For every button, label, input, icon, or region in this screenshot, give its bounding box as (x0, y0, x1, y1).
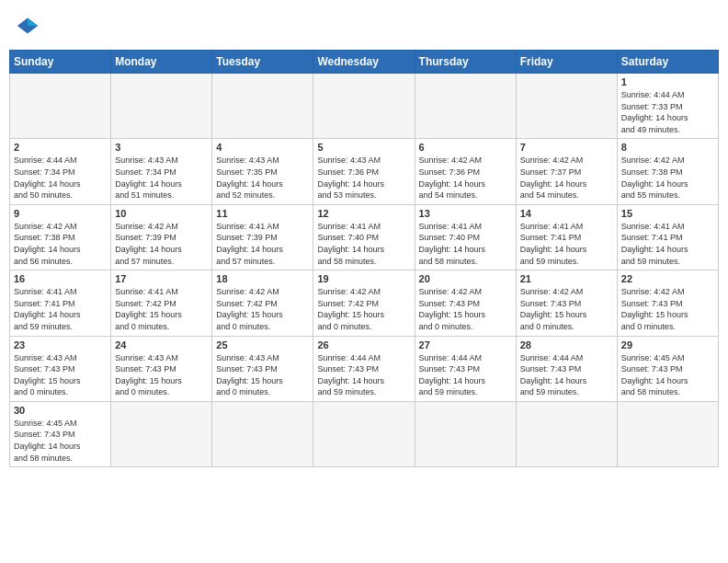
day-info: Sunrise: 4:44 AM Sunset: 7:43 PM Dayligh… (419, 352, 512, 398)
day-info: Sunrise: 4:43 AM Sunset: 7:43 PM Dayligh… (216, 352, 309, 398)
day-info: Sunrise: 4:43 AM Sunset: 7:34 PM Dayligh… (115, 155, 208, 201)
calendar-day-cell: 25Sunrise: 4:43 AM Sunset: 7:43 PM Dayli… (212, 336, 313, 401)
calendar-day-cell: 30Sunrise: 4:45 AM Sunset: 7:43 PM Dayli… (10, 401, 111, 466)
day-info: Sunrise: 4:42 AM Sunset: 7:39 PM Dayligh… (115, 221, 208, 267)
day-info: Sunrise: 4:43 AM Sunset: 7:43 PM Dayligh… (14, 352, 107, 398)
day-number: 7 (520, 142, 613, 153)
day-number: 8 (621, 142, 714, 153)
day-number: 6 (419, 142, 512, 153)
day-of-week-header: Saturday (617, 51, 718, 74)
day-info: Sunrise: 4:45 AM Sunset: 7:43 PM Dayligh… (621, 352, 714, 398)
day-info: Sunrise: 4:42 AM Sunset: 7:42 PM Dayligh… (216, 286, 309, 332)
calendar-day-cell (10, 74, 111, 139)
day-info: Sunrise: 4:41 AM Sunset: 7:41 PM Dayligh… (621, 221, 714, 267)
day-info: Sunrise: 4:41 AM Sunset: 7:41 PM Dayligh… (14, 286, 107, 332)
day-number: 10 (115, 208, 208, 219)
day-number: 19 (317, 273, 410, 284)
day-of-week-header: Sunday (10, 51, 111, 74)
calendar-week-row: 9Sunrise: 4:42 AM Sunset: 7:38 PM Daylig… (10, 204, 719, 270)
day-number: 28 (520, 339, 613, 350)
day-info: Sunrise: 4:45 AM Sunset: 7:43 PM Dayligh… (14, 418, 107, 464)
day-number: 24 (115, 339, 208, 350)
day-number: 14 (520, 208, 613, 219)
calendar-day-cell: 22Sunrise: 4:42 AM Sunset: 7:43 PM Dayli… (617, 270, 718, 336)
calendar-day-cell: 19Sunrise: 4:42 AM Sunset: 7:42 PM Dayli… (313, 270, 415, 336)
day-number: 11 (216, 208, 309, 219)
calendar-day-cell: 24Sunrise: 4:43 AM Sunset: 7:43 PM Dayli… (111, 336, 212, 401)
day-number: 25 (216, 339, 309, 350)
day-info: Sunrise: 4:42 AM Sunset: 7:43 PM Dayligh… (419, 286, 512, 332)
calendar-day-cell: 9Sunrise: 4:42 AM Sunset: 7:38 PM Daylig… (10, 204, 111, 270)
day-info: Sunrise: 4:42 AM Sunset: 7:43 PM Dayligh… (621, 286, 714, 332)
calendar-header (9, 9, 719, 42)
day-number: 20 (419, 273, 512, 284)
day-info: Sunrise: 4:43 AM Sunset: 7:36 PM Dayligh… (317, 155, 410, 201)
day-info: Sunrise: 4:41 AM Sunset: 7:42 PM Dayligh… (115, 286, 208, 332)
calendar-day-cell: 4Sunrise: 4:43 AM Sunset: 7:35 PM Daylig… (212, 139, 313, 204)
day-info: Sunrise: 4:42 AM Sunset: 7:38 PM Dayligh… (14, 221, 107, 267)
calendar-day-cell: 5Sunrise: 4:43 AM Sunset: 7:36 PM Daylig… (313, 139, 415, 204)
calendar-week-row: 16Sunrise: 4:41 AM Sunset: 7:41 PM Dayli… (10, 270, 719, 336)
calendar-day-cell (415, 401, 516, 466)
calendar-day-cell: 16Sunrise: 4:41 AM Sunset: 7:41 PM Dayli… (10, 270, 111, 336)
day-number: 15 (621, 208, 714, 219)
calendar-day-cell: 7Sunrise: 4:42 AM Sunset: 7:37 PM Daylig… (516, 139, 617, 204)
day-number: 23 (14, 339, 107, 350)
day-of-week-header: Tuesday (212, 51, 313, 74)
day-number: 22 (621, 273, 714, 284)
calendar-day-cell: 1Sunrise: 4:44 AM Sunset: 7:33 PM Daylig… (617, 74, 718, 139)
day-info: Sunrise: 4:41 AM Sunset: 7:40 PM Dayligh… (419, 221, 512, 267)
calendar-day-cell (313, 401, 415, 466)
calendar-table: SundayMondayTuesdayWednesdayThursdayFrid… (9, 50, 719, 467)
logo (15, 13, 44, 39)
day-info: Sunrise: 4:42 AM Sunset: 7:43 PM Dayligh… (520, 286, 613, 332)
day-number: 16 (14, 273, 107, 284)
calendar-header-row: SundayMondayTuesdayWednesdayThursdayFrid… (10, 51, 719, 74)
day-info: Sunrise: 4:42 AM Sunset: 7:36 PM Dayligh… (419, 155, 512, 201)
day-number: 21 (520, 273, 613, 284)
day-number: 5 (317, 142, 410, 153)
calendar-day-cell (415, 74, 516, 139)
day-number: 13 (419, 208, 512, 219)
calendar-day-cell: 21Sunrise: 4:42 AM Sunset: 7:43 PM Dayli… (516, 270, 617, 336)
calendar-day-cell: 13Sunrise: 4:41 AM Sunset: 7:40 PM Dayli… (415, 204, 516, 270)
day-number: 18 (216, 273, 309, 284)
day-number: 27 (419, 339, 512, 350)
calendar-day-cell: 2Sunrise: 4:44 AM Sunset: 7:34 PM Daylig… (10, 139, 111, 204)
calendar-week-row: 1Sunrise: 4:44 AM Sunset: 7:33 PM Daylig… (10, 74, 719, 139)
calendar-day-cell (111, 401, 212, 466)
calendar-day-cell: 17Sunrise: 4:41 AM Sunset: 7:42 PM Dayli… (111, 270, 212, 336)
day-info: Sunrise: 4:44 AM Sunset: 7:33 PM Dayligh… (621, 89, 714, 135)
day-of-week-header: Thursday (415, 51, 516, 74)
calendar-day-cell: 6Sunrise: 4:42 AM Sunset: 7:36 PM Daylig… (415, 139, 516, 204)
calendar-week-row: 23Sunrise: 4:43 AM Sunset: 7:43 PM Dayli… (10, 336, 719, 401)
day-number: 26 (317, 339, 410, 350)
calendar-day-cell: 27Sunrise: 4:44 AM Sunset: 7:43 PM Dayli… (415, 336, 516, 401)
day-info: Sunrise: 4:42 AM Sunset: 7:37 PM Dayligh… (520, 155, 613, 201)
day-info: Sunrise: 4:43 AM Sunset: 7:43 PM Dayligh… (115, 352, 208, 398)
calendar-day-cell: 10Sunrise: 4:42 AM Sunset: 7:39 PM Dayli… (111, 204, 212, 270)
calendar-day-cell: 3Sunrise: 4:43 AM Sunset: 7:34 PM Daylig… (111, 139, 212, 204)
calendar-week-row: 2Sunrise: 4:44 AM Sunset: 7:34 PM Daylig… (10, 139, 719, 204)
day-info: Sunrise: 4:42 AM Sunset: 7:38 PM Dayligh… (621, 155, 714, 201)
day-of-week-header: Wednesday (313, 51, 415, 74)
calendar-week-row: 30Sunrise: 4:45 AM Sunset: 7:43 PM Dayli… (10, 401, 719, 466)
day-number: 29 (621, 339, 714, 350)
calendar-day-cell: 29Sunrise: 4:45 AM Sunset: 7:43 PM Dayli… (617, 336, 718, 401)
calendar-day-cell: 26Sunrise: 4:44 AM Sunset: 7:43 PM Dayli… (313, 336, 415, 401)
calendar-day-cell (617, 401, 718, 466)
day-number: 1 (621, 76, 714, 87)
calendar-day-cell: 8Sunrise: 4:42 AM Sunset: 7:38 PM Daylig… (617, 139, 718, 204)
day-of-week-header: Friday (516, 51, 617, 74)
calendar-day-cell: 20Sunrise: 4:42 AM Sunset: 7:43 PM Dayli… (415, 270, 516, 336)
day-info: Sunrise: 4:41 AM Sunset: 7:41 PM Dayligh… (520, 221, 613, 267)
day-info: Sunrise: 4:41 AM Sunset: 7:40 PM Dayligh… (317, 221, 410, 267)
day-number: 9 (14, 208, 107, 219)
generalblue-logo-icon (15, 13, 40, 39)
day-number: 3 (115, 142, 208, 153)
day-info: Sunrise: 4:44 AM Sunset: 7:43 PM Dayligh… (317, 352, 410, 398)
calendar-day-cell (111, 74, 212, 139)
day-number: 2 (14, 142, 107, 153)
calendar-day-cell: 14Sunrise: 4:41 AM Sunset: 7:41 PM Dayli… (516, 204, 617, 270)
day-info: Sunrise: 4:44 AM Sunset: 7:43 PM Dayligh… (520, 352, 613, 398)
